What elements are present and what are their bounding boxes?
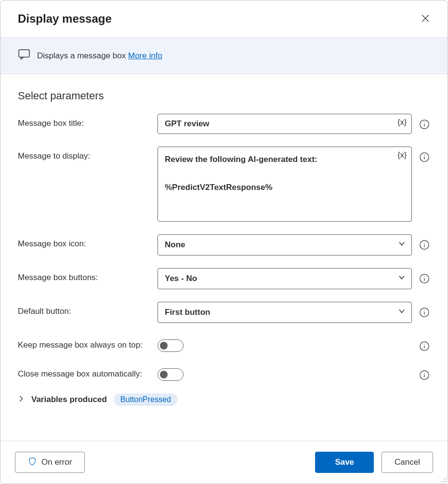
info-button-buttons[interactable] xyxy=(419,273,430,284)
input-wrap-title: {x} xyxy=(158,114,412,134)
keep-on-top-toggle[interactable] xyxy=(158,339,184,352)
display-message-dialog: Display message Displays a message box M… xyxy=(0,0,448,484)
auto-close-toggle[interactable] xyxy=(158,368,184,381)
label-auto-close: Close message box automatically: xyxy=(18,364,158,379)
row-message-box-buttons: Message box buttons: Yes - No xyxy=(18,268,430,289)
select-value: None xyxy=(165,240,185,250)
banner-text-label: Displays a message box xyxy=(37,51,128,60)
shield-icon xyxy=(28,457,37,468)
toggle-knob xyxy=(160,342,168,350)
row-message-to-display: Message to display: {x} xyxy=(18,147,430,222)
chevron-right-icon xyxy=(18,395,25,404)
banner-text: Displays a message box More info xyxy=(37,51,162,61)
save-label: Save xyxy=(335,457,354,467)
dialog-header: Display message xyxy=(0,0,448,37)
info-button-message[interactable] xyxy=(419,151,430,163)
chevron-down-icon xyxy=(398,308,406,318)
message-box-title-input[interactable] xyxy=(158,114,411,134)
select-value: Yes - No xyxy=(165,274,197,283)
svg-point-17 xyxy=(424,310,424,310)
chevron-down-icon xyxy=(398,274,406,284)
row-message-box-icon: Message box icon: None xyxy=(18,234,430,255)
info-button-default[interactable] xyxy=(419,307,430,318)
svg-point-11 xyxy=(424,242,424,243)
row-auto-close: Close message box automatically: xyxy=(18,364,430,381)
info-button-autoclose[interactable] xyxy=(419,369,430,381)
row-keep-on-top: Keep message box always on top: xyxy=(18,336,430,352)
variables-produced-label: Variables produced xyxy=(31,395,107,404)
on-error-button[interactable]: On error xyxy=(15,452,85,473)
close-button[interactable] xyxy=(417,10,434,27)
more-info-link[interactable]: More info xyxy=(128,51,162,60)
label-keep-on-top: Keep message box always on top: xyxy=(18,336,158,350)
svg-point-14 xyxy=(424,276,424,277)
svg-point-5 xyxy=(424,122,424,122)
message-to-display-input[interactable] xyxy=(158,147,411,219)
default-button-select[interactable]: First button xyxy=(158,302,412,323)
svg-point-8 xyxy=(424,155,424,155)
close-icon xyxy=(422,14,429,24)
message-box-buttons-select[interactable]: Yes - No xyxy=(158,268,412,289)
description-banner: Displays a message box More info xyxy=(0,37,448,74)
save-button[interactable]: Save xyxy=(315,452,374,473)
input-wrap-message: {x} xyxy=(158,147,412,222)
dialog-body: Select parameters Message box title: {x}… xyxy=(0,74,448,441)
label-message-box-icon: Message box icon: xyxy=(18,234,158,249)
variable-pill-buttonpressed[interactable]: ButtonPressed xyxy=(114,393,178,406)
label-default-button: Default button: xyxy=(18,302,158,316)
insert-variable-button[interactable]: {x} xyxy=(397,151,407,160)
message-box-icon xyxy=(18,48,30,63)
label-message-box-title: Message box title: xyxy=(18,114,158,128)
dialog-footer: On error Save Cancel xyxy=(0,441,448,484)
info-button-icon[interactable] xyxy=(419,239,430,251)
row-default-button: Default button: First button xyxy=(18,302,430,323)
select-value: First button xyxy=(165,308,210,317)
dialog-title: Display message xyxy=(18,12,112,26)
row-message-box-title: Message box title: {x} xyxy=(18,114,430,134)
info-button-ontop[interactable] xyxy=(419,340,430,352)
cancel-label: Cancel xyxy=(395,457,420,467)
label-message-to-display: Message to display: xyxy=(18,147,158,161)
insert-variable-button[interactable]: {x} xyxy=(397,118,407,127)
variables-produced-row[interactable]: Variables produced ButtonPressed xyxy=(18,393,430,406)
label-message-box-buttons: Message box buttons: xyxy=(18,268,158,282)
chevron-down-icon xyxy=(398,240,406,250)
section-title: Select parameters xyxy=(18,90,430,102)
info-button-title[interactable] xyxy=(419,119,430,130)
toggle-knob xyxy=(160,371,168,378)
cancel-button[interactable]: Cancel xyxy=(382,452,433,473)
message-box-icon-select[interactable]: None xyxy=(158,234,412,255)
svg-point-20 xyxy=(424,344,424,344)
svg-point-23 xyxy=(424,373,424,373)
on-error-label: On error xyxy=(41,457,72,467)
svg-rect-2 xyxy=(19,50,29,57)
